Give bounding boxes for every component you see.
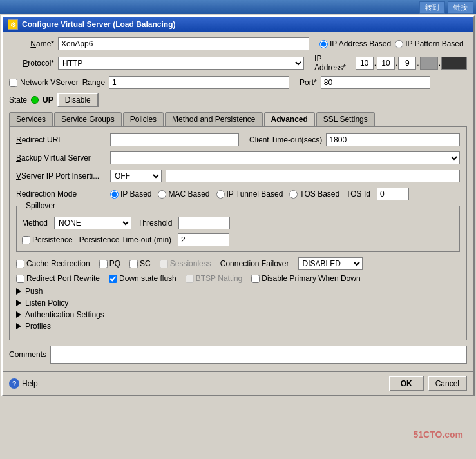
tab-services[interactable]: Services xyxy=(9,112,53,126)
method-label: Method xyxy=(22,219,48,228)
protocol-label: Protocol* xyxy=(9,59,54,68)
sessionless-checkbox[interactable]: Sessionless xyxy=(160,259,211,268)
ip-octet-5[interactable] xyxy=(441,57,467,70)
comments-input[interactable] xyxy=(50,346,467,364)
name-label: Name* xyxy=(9,39,54,48)
pq-checkbox[interactable]: PQ xyxy=(99,259,120,268)
tab-method-persistence[interactable]: Method and Persistence xyxy=(165,112,262,126)
backup-vs-select[interactable] xyxy=(110,151,460,164)
dialog-title-text: Configure Virtual Server (Load Balancing… xyxy=(22,20,176,29)
disable-button[interactable]: Disable xyxy=(57,93,99,107)
port-label: Port* xyxy=(300,78,317,87)
ip-address-inputs: . . . . xyxy=(356,57,467,70)
configure-dialog: ⚙ Configure Virtual Server (Load Balanci… xyxy=(1,15,475,396)
profiles-triangle xyxy=(16,323,21,329)
top-bar: 转到 链接 xyxy=(0,0,476,14)
vserver-ip-row: VServer IP Port Inserti... OFF ON xyxy=(16,170,460,182)
help-label: Help xyxy=(22,379,38,388)
ok-button[interactable]: OK xyxy=(389,376,424,391)
dialog-body: Name* IP Address Based IP Pattern Based … xyxy=(3,32,473,369)
backup-vs-label: Backup Virtual Server xyxy=(16,153,106,162)
profiles-label: Profiles xyxy=(25,322,51,331)
name-input[interactable] xyxy=(58,37,309,50)
dialog-title-bar: ⚙ Configure Virtual Server (Load Balanci… xyxy=(3,17,473,32)
persistence-checkbox[interactable]: Persistence xyxy=(22,235,73,244)
ip-pattern-based-radio[interactable]: IP Pattern Based xyxy=(395,39,464,48)
help-button[interactable]: ? Help xyxy=(9,378,38,389)
ip-type-section: IP Address Based IP Pattern Based xyxy=(319,39,464,48)
tab-service-groups[interactable]: Service Groups xyxy=(54,112,122,126)
method-row: Method NONE CONNECTION BANDWIDTH Thresho… xyxy=(22,217,454,230)
auth-settings-label: Authentication Settings xyxy=(25,310,104,319)
redirection-mode-label: Redirection Mode xyxy=(16,190,106,199)
protocol-select[interactable]: HTTP HTTPS TCP xyxy=(58,57,304,70)
name-row: Name* IP Address Based IP Pattern Based xyxy=(9,37,467,50)
tab-advanced[interactable]: Advanced xyxy=(264,112,315,126)
ip-octet-2[interactable] xyxy=(377,57,395,70)
redirect-port-checkbox[interactable]: Redirect Port Rewrite xyxy=(16,274,100,283)
ip-octet-1[interactable] xyxy=(356,57,374,70)
vserver-ip-select[interactable]: OFF ON xyxy=(110,170,162,182)
redirect-url-input[interactable] xyxy=(110,133,239,146)
cache-redirection-checkbox[interactable]: Cache Redirection xyxy=(16,259,90,268)
tab-ssl-settings[interactable]: SSL Settings xyxy=(316,112,375,126)
ip-address-based-radio[interactable]: IP Address Based xyxy=(319,39,391,48)
client-timeout-label: Client Time-out(secs) xyxy=(249,135,322,144)
network-row: Network VServer Range Port* xyxy=(9,76,467,89)
persistence-timeout-label: Persistence Time-out (min) xyxy=(79,235,171,244)
range-input[interactable] xyxy=(109,76,289,89)
checkbox-row-2: Redirect Port Rewrite Down state flush B… xyxy=(16,274,460,283)
footer-buttons: OK Cancel xyxy=(389,376,467,391)
persistence-timeout-input[interactable] xyxy=(178,233,229,246)
push-label: Push xyxy=(25,287,43,296)
network-vserver-checkbox[interactable]: Network VServer xyxy=(9,78,79,87)
connection-failover-label: Connection Failover xyxy=(220,259,289,268)
goto-button[interactable]: 转到 xyxy=(419,1,445,14)
port-section: Port* xyxy=(300,76,430,89)
ip-address-label: IP Address* xyxy=(314,54,352,72)
listen-policy-triangle xyxy=(16,300,21,306)
disable-primary-checkbox[interactable]: Disable Primary When Down xyxy=(251,274,360,283)
tab-content-advanced: Redirect URL Client Time-out(secs) Backu… xyxy=(9,126,467,340)
protocol-row: Protocol* HTTP HTTPS TCP IP Address* . .… xyxy=(9,54,467,72)
connection-failover-select[interactable]: DISABLED ENABLED xyxy=(298,257,363,270)
state-label: State xyxy=(9,95,27,104)
redirection-options: IP Based MAC Based IP Tunnel Based TOS B… xyxy=(110,188,409,200)
mac-based-radio[interactable]: MAC Based xyxy=(158,190,209,199)
ip-octet-3[interactable] xyxy=(398,57,416,70)
auth-settings-collapsible[interactable]: Authentication Settings xyxy=(16,310,460,319)
redirect-url-row: Redirect URL Client Time-out(secs) xyxy=(16,133,460,146)
comments-row: Comments xyxy=(9,346,467,364)
method-select[interactable]: NONE CONNECTION BANDWIDTH xyxy=(54,217,131,230)
auth-settings-triangle xyxy=(16,311,21,318)
down-state-checkbox[interactable]: Down state flush xyxy=(109,274,176,283)
tunnel-based-radio[interactable]: IP Tunnel Based xyxy=(216,190,283,199)
btsp-checkbox[interactable]: BTSP Natting xyxy=(186,274,242,283)
ip-based-radio[interactable]: IP Based xyxy=(110,190,151,199)
tos-based-radio[interactable]: TOS Based xyxy=(289,190,339,199)
sc-checkbox[interactable]: SC xyxy=(129,259,151,268)
link-button[interactable]: 链接 xyxy=(448,1,473,14)
push-triangle xyxy=(16,288,21,295)
profiles-collapsible[interactable]: Profiles xyxy=(16,322,460,331)
ip-octet-4[interactable] xyxy=(420,57,438,70)
tos-id-input[interactable] xyxy=(377,188,409,200)
listen-policy-collapsible[interactable]: Listen Policy xyxy=(16,298,460,308)
persistence-row: Persistence Persistence Time-out (min) xyxy=(22,233,454,246)
threshold-input[interactable] xyxy=(178,217,230,230)
state-indicator xyxy=(31,96,39,104)
state-row: State UP Disable xyxy=(9,93,467,107)
tabs-container: Services Service Groups Policies Method … xyxy=(9,112,467,126)
backup-vs-row: Backup Virtual Server xyxy=(16,151,460,164)
tab-policies[interactable]: Policies xyxy=(123,112,164,126)
client-timeout-input[interactable] xyxy=(326,133,460,146)
push-collapsible[interactable]: Push xyxy=(16,287,460,296)
dialog-icon: ⚙ xyxy=(8,19,18,30)
spillover-section: Spillover Method NONE CONNECTION BANDWID… xyxy=(16,206,460,252)
cancel-button[interactable]: Cancel xyxy=(428,376,467,391)
dialog-footer: ? Help OK Cancel xyxy=(3,371,473,395)
range-label: Range xyxy=(82,78,105,87)
tos-id-label: TOS Id xyxy=(346,190,370,199)
port-input[interactable] xyxy=(321,76,430,89)
vserver-ip-input[interactable] xyxy=(166,170,460,182)
